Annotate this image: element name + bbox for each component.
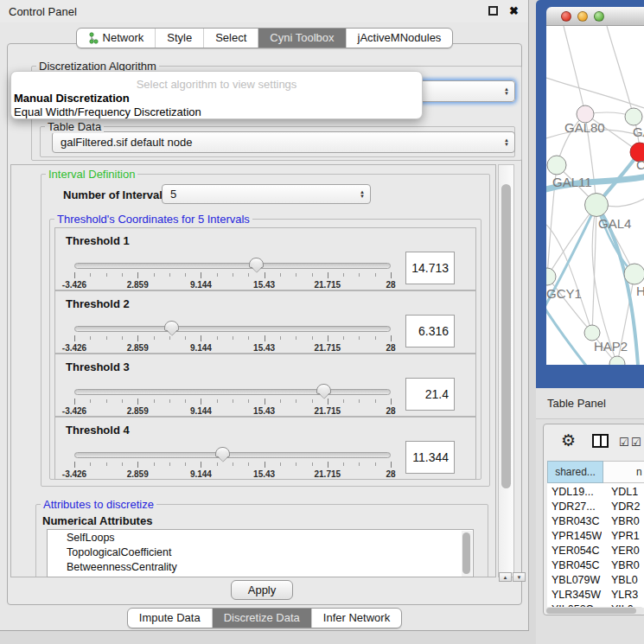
- threshold-3-label: Threshold 3: [66, 360, 130, 373]
- list-item[interactable]: SelfLoops: [48, 530, 473, 545]
- scroll-up-button[interactable]: ▲: [499, 572, 512, 582]
- table-row[interactable]: YDL19...YDL1: [547, 485, 644, 500]
- float-window-icon[interactable]: [488, 6, 498, 16]
- table-row[interactable]: YER054CYER0: [547, 544, 644, 558]
- tab-discretize-data[interactable]: Discretize Data: [212, 609, 311, 628]
- tab-select[interactable]: Select: [203, 29, 258, 48]
- slider-track[interactable]: [74, 452, 391, 458]
- slider-thumb[interactable]: [249, 258, 264, 268]
- close-icon[interactable]: ✖: [509, 4, 519, 17]
- threshold-2-value-field[interactable]: 6.316: [405, 315, 455, 348]
- table-row[interactable]: YDR27...YDR2: [547, 500, 644, 514]
- threshold-1-slider[interactable]: -3.426 2.859 9.144 15.43 21.715 28: [74, 261, 391, 287]
- table-panel: Table Panel ⚙ ☑ ☑ shared... n YDL19...YD…: [536, 388, 644, 644]
- table-horizontal-scrollbar[interactable]: [545, 607, 644, 615]
- combo-arrows-icon: ▲▼: [504, 138, 509, 147]
- slider-track[interactable]: [74, 263, 391, 269]
- tick-label: -3.426: [62, 280, 86, 290]
- tick-label: 2.859: [127, 469, 149, 479]
- numerical-attributes-list[interactable]: SelfLoops TopologicalCoefficient Between…: [47, 529, 474, 577]
- number-of-intervals-label: Number of Intervals: [63, 188, 169, 201]
- network-node[interactable]: [585, 194, 609, 217]
- scrollbar-thumb[interactable]: [546, 608, 636, 614]
- list-item[interactable]: TopologicalCoefficient: [48, 545, 473, 559]
- network-node[interactable]: [546, 268, 556, 285]
- tab-cyni-toolbox[interactable]: Cyni Toolbox: [258, 29, 345, 48]
- network-node[interactable]: [625, 108, 642, 125]
- scrollbar-thumb[interactable]: [462, 532, 470, 574]
- close-traffic-light-icon[interactable]: [561, 11, 571, 22]
- combo-arrows-icon: ▲▼: [360, 190, 365, 199]
- threshold-1-panel: Threshold 1 -3.426 2.859 9.144 15.43 21.…: [54, 227, 476, 290]
- checkbox-icon[interactable]: ☑: [619, 436, 629, 449]
- tab-network[interactable]: Network: [77, 29, 156, 48]
- list-item[interactable]: BetweennessCentrality: [48, 559, 473, 574]
- table-row[interactable]: YBR045CYBR0: [547, 558, 644, 573]
- checkbox-icon[interactable]: ☑: [631, 436, 641, 449]
- cell-name: YBL0: [611, 574, 644, 586]
- tab-style-label: Style: [167, 29, 192, 48]
- table-row[interactable]: YBL079WYBL0: [547, 573, 644, 588]
- table-row[interactable]: YLR345WYLR3: [547, 588, 644, 603]
- slider-ticks: [74, 272, 391, 279]
- cell-name: YDR2: [611, 501, 644, 513]
- threshold-4-value-field[interactable]: 11.344: [405, 441, 455, 474]
- cell-shared-name: YER054C: [552, 545, 602, 557]
- threshold-3-value-field[interactable]: 21.4: [405, 378, 455, 411]
- tick-label: 15.43: [253, 343, 275, 353]
- numerical-attributes-label: Numerical Attributes: [42, 514, 152, 527]
- attributes-list-scrollbar[interactable]: [462, 531, 472, 577]
- number-of-intervals-combobox[interactable]: 5 ▲▼: [162, 184, 371, 204]
- network-node[interactable]: [547, 156, 566, 175]
- column-header-name[interactable]: n: [603, 461, 644, 483]
- apply-button[interactable]: Apply: [231, 580, 293, 600]
- table-row[interactable]: YBR043CYBR0: [547, 514, 644, 529]
- minimize-traffic-light-icon[interactable]: [577, 11, 588, 22]
- tick-label: -3.426: [62, 343, 86, 353]
- slider-thumb[interactable]: [164, 321, 179, 331]
- settings-vertical-scrollbar[interactable]: [498, 164, 514, 577]
- table-row[interactable]: YPR145WYPR1: [547, 529, 644, 544]
- slider-tick-labels: -3.426 2.859 9.144 15.43 21.715 28: [74, 406, 391, 417]
- cell-shared-name: YDR27...: [552, 501, 602, 513]
- slider-tick-labels: -3.426 2.859 9.144 15.43 21.715 28: [74, 280, 391, 290]
- threshold-4-slider[interactable]: -3.426 2.859 9.144 15.43 21.715 28: [74, 450, 391, 476]
- threshold-4-label: Threshold 4: [66, 424, 130, 437]
- slider-ticks: [74, 335, 391, 342]
- threshold-2-panel: Threshold 2 -3.426 2.859 9.144 15.43 21.…: [54, 290, 476, 354]
- tab-impute-data[interactable]: Impute Data: [128, 609, 212, 628]
- slider-thumb[interactable]: [215, 447, 230, 457]
- tick-label: 9.144: [190, 406, 212, 416]
- threshold-3-slider[interactable]: -3.426 2.859 9.144 15.43 21.715 28: [74, 387, 391, 413]
- network-node[interactable]: [624, 264, 644, 284]
- tab-infer-network[interactable]: Infer Network: [311, 609, 401, 628]
- threshold-1-value-field[interactable]: 14.713: [405, 252, 455, 284]
- network-view-window[interactable]: GAL80 GA C GAL11 GAL4 GCY1 H HAP2: [536, 0, 644, 388]
- tab-style[interactable]: Style: [155, 29, 203, 48]
- slider-tick-labels: -3.426 2.859 9.144 15.43 21.715 28: [74, 469, 391, 480]
- column-header-shared-name[interactable]: shared...: [547, 461, 603, 483]
- slider-track[interactable]: [74, 389, 391, 395]
- gear-icon[interactable]: ⚙: [561, 430, 576, 450]
- tab-jactivemnodules[interactable]: jActiveMNodules: [346, 29, 453, 48]
- tick-label: 2.859: [127, 280, 149, 290]
- interval-definition-group-label: Interval Definition: [46, 168, 137, 181]
- table-data-combobox[interactable]: galFiltered.sif default node ▲▼: [52, 131, 515, 153]
- scrollbar-thumb[interactable]: [501, 184, 511, 488]
- slider-track[interactable]: [74, 326, 391, 332]
- combo-arrows-icon: ▲▼: [504, 87, 509, 96]
- tab-network-label: Network: [103, 29, 144, 48]
- threshold-2-slider[interactable]: -3.426 2.859 9.144 15.43 21.715 28: [74, 324, 391, 350]
- zoom-traffic-light-icon[interactable]: [594, 11, 604, 22]
- network-window-titlebar[interactable]: [546, 7, 644, 26]
- columns-icon[interactable]: [592, 434, 609, 448]
- popup-option-equal-width[interactable]: Equal Width/Frequency Discretization: [14, 105, 201, 118]
- network-canvas[interactable]: GAL80 GA C GAL11 GAL4 GCY1 H HAP2: [546, 26, 644, 365]
- threshold-3-panel: Threshold 3 -3.426 2.859 9.144 15.43 21.…: [54, 354, 476, 417]
- node-label: H: [636, 284, 644, 298]
- slider-thumb[interactable]: [316, 384, 331, 394]
- node-label: GAL4: [598, 216, 631, 231]
- popup-option-manual[interactable]: Manual Discretization: [14, 92, 130, 105]
- scroll-down-button[interactable]: ▼: [513, 572, 526, 582]
- node-label: HAP2: [594, 339, 628, 354]
